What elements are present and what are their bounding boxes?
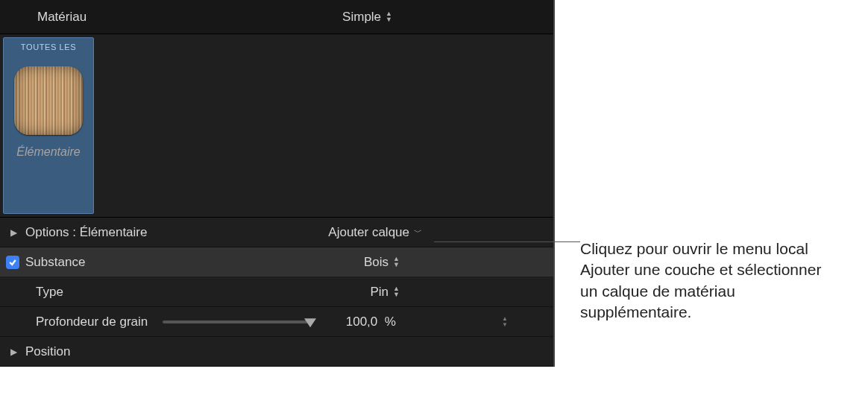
- options-label: Options : Élémentaire: [25, 225, 147, 240]
- grain-depth-unit: %: [385, 315, 396, 329]
- material-swatch: [14, 66, 83, 135]
- add-layer-label: Ajouter calque: [328, 225, 409, 240]
- disclosure-triangle-icon[interactable]: ▶: [6, 347, 21, 357]
- updown-icon: ▲▼: [393, 286, 400, 297]
- substance-checkbox[interactable]: [6, 256, 19, 269]
- mode-dropdown[interactable]: Simple ▲▼: [342, 10, 392, 25]
- grain-depth-value-field[interactable]: 100,0 %: [330, 315, 412, 329]
- panel-title: Matériau: [37, 10, 87, 25]
- type-value-dropdown[interactable]: Pin ▲▼: [371, 285, 400, 300]
- material-name: Élémentaire: [16, 145, 80, 159]
- mode-value: Simple: [342, 10, 381, 25]
- grain-depth-label: Profondeur de grain: [0, 315, 148, 329]
- callout-annotation: Cliquez pour ouvrir le menu local Ajoute…: [434, 239, 834, 323]
- substance-value: Bois: [364, 255, 389, 270]
- panel-header: Matériau Simple ▲▼: [0, 0, 553, 34]
- substance-label: Substance: [25, 255, 85, 270]
- chevron-down-icon: ﹀: [414, 227, 422, 238]
- callout-leader-line: [434, 241, 580, 242]
- grain-depth-slider[interactable]: [163, 320, 312, 323]
- disclosure-triangle-icon[interactable]: ▶: [6, 227, 21, 238]
- position-row: ▶ Position: [0, 337, 553, 367]
- type-value: Pin: [371, 285, 389, 300]
- substance-value-dropdown[interactable]: Bois ▲▼: [364, 255, 400, 270]
- add-layer-dropdown[interactable]: Ajouter calque ﹀: [328, 225, 422, 240]
- material-well: TOUTES LES Élémentaire: [0, 34, 553, 218]
- all-label: TOUTES LES: [21, 42, 76, 51]
- type-label: Type: [0, 285, 63, 300]
- grain-depth-value: 100,0: [346, 315, 378, 329]
- material-thumbnail[interactable]: TOUTES LES Élémentaire: [3, 37, 94, 214]
- callout-text: Cliquez pour ouvrir le menu local Ajoute…: [580, 239, 834, 323]
- slider-thumb-icon[interactable]: [304, 318, 316, 327]
- updown-icon: ▲▼: [386, 11, 392, 22]
- position-label: Position: [25, 344, 70, 359]
- updown-icon: ▲▼: [393, 256, 400, 267]
